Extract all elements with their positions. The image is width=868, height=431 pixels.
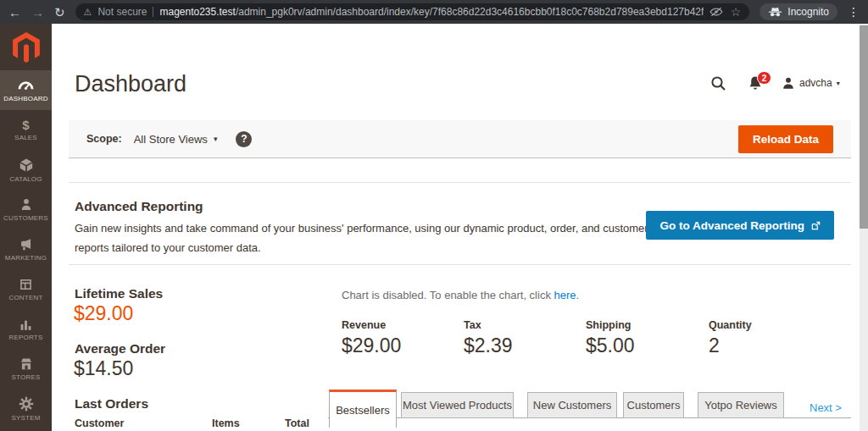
scope-help-icon[interactable]: ? [236, 131, 252, 147]
store-view-value: All Store Views [134, 133, 208, 146]
lifetime-sales-value: $29.00 [74, 302, 133, 325]
chart-disabled-notice: Chart is disabled. To enable the chart, … [342, 289, 579, 301]
sidebar-item-system[interactable]: SYSTEM [0, 389, 52, 428]
browser-menu-icon[interactable]: ⋮ [848, 5, 860, 19]
last-orders-column-total: Total [285, 417, 309, 429]
url-text[interactable]: magento235.test/admin_pgk0rv/admin/dashb… [159, 6, 703, 18]
user-menu-caret-icon: ▾ [837, 80, 840, 87]
chart-disabled-text: Chart is disabled. To enable the chart, … [342, 289, 554, 301]
screenshot-root: ← → ↻ ⚠ Not secure magento235.test/admin… [0, 0, 868, 431]
magento-logo[interactable] [0, 24, 52, 70]
stores-storefront-icon [19, 356, 34, 371]
tab-bestsellers[interactable]: Bestsellers [329, 390, 397, 428]
tab-most-viewed-products[interactable]: Most Viewed Products [401, 392, 514, 418]
bookmark-star-icon[interactable]: ☆ [731, 6, 742, 18]
sales-dollar-icon: $ [22, 119, 29, 131]
last-orders-title: Last Orders [75, 396, 148, 412]
quantity-value: 2 [709, 334, 752, 357]
browser-toolbar: ← → ↻ ⚠ Not secure magento235.test/admin… [0, 0, 868, 24]
tab-new-customers[interactable]: New Customers [527, 392, 617, 418]
advanced-reporting-description: Gain new insights and take command of yo… [75, 219, 668, 258]
store-view-switcher[interactable]: All Store Views ▾ [134, 133, 218, 146]
total-shipping: Shipping $5.00 [586, 319, 635, 357]
not-secure-label[interactable]: Not secure [97, 6, 147, 18]
magento-logo-icon [13, 32, 40, 63]
reports-chart-icon [19, 318, 33, 331]
content-layout-icon [19, 278, 33, 291]
username: advcha [799, 77, 832, 89]
last-orders-column-customer: Customer [75, 417, 124, 429]
quantity-label: Quantity [709, 319, 752, 331]
total-quantity: Quantity 2 [709, 319, 752, 357]
sidebar-item-label: REPORTS [9, 334, 43, 341]
sidebar-item-dashboard[interactable]: DASHBOARD [0, 70, 52, 110]
sidebar-item-label: DASHBOARD [3, 95, 47, 102]
system-gear-icon [19, 396, 34, 412]
reload-data-button[interactable]: Reload Data [738, 125, 833, 153]
dashboard-gauge-icon [18, 78, 34, 92]
url-path: /admin_pgk0rv/admin/dashboard/index/key/… [236, 6, 704, 18]
incognito-badge[interactable]: Incognito [760, 3, 837, 20]
browser-forward-icon[interactable]: → [31, 6, 44, 19]
advanced-reporting-title: Advanced Reporting [75, 199, 203, 214]
advanced-reporting-button-label: Go to Advanced Reporting [659, 219, 804, 232]
lifetime-sales-label: Lifetime Sales [75, 286, 163, 301]
scope-label: Scope: [86, 133, 122, 145]
page-title: Dashboard [75, 71, 186, 97]
sidebar-item-reports[interactable]: REPORTS [0, 309, 52, 349]
total-revenue: Revenue $29.00 [342, 319, 401, 357]
scrollbar-thumb[interactable] [860, 25, 868, 229]
customers-person-icon [19, 197, 33, 212]
page-actions-bar: Scope: All Store Views ▾ ? Reload Data [69, 120, 851, 158]
go-to-advanced-reporting-button[interactable]: Go to Advanced Reporting [646, 211, 834, 240]
eye-slash-icon[interactable] [709, 7, 723, 17]
sidebar-item-sales[interactable]: $ SALES [0, 110, 52, 150]
incognito-label: Incognito [787, 6, 829, 18]
sidebar-item-label: SALES [14, 134, 37, 141]
store-view-caret-icon: ▾ [214, 135, 218, 143]
sidebar-item-stores[interactable]: STORES [0, 349, 52, 389]
notification-count-badge[interactable]: 2 [757, 71, 771, 85]
sidebar-item-label: CONTENT [8, 294, 42, 301]
sidebar-item-customers[interactable]: CUSTOMERS [0, 190, 52, 229]
revenue-value: $29.00 [342, 334, 401, 357]
average-order-value: $14.50 [74, 357, 133, 380]
sidebar-item-label: CATALOG [9, 175, 42, 183]
sidebar-item-label: MARKETING [5, 254, 47, 262]
sidebar-item-label: STORES [12, 373, 41, 381]
search-icon[interactable] [710, 75, 726, 91]
sidebar-item-content[interactable]: CONTENT [0, 269, 52, 309]
tax-label: Tax [464, 319, 513, 331]
incognito-icon [768, 7, 782, 17]
browser-refresh-icon[interactable]: ↻ [54, 6, 65, 19]
not-secure-warning-icon: ⚠ [84, 8, 92, 17]
catalog-box-icon [19, 157, 34, 173]
revenue-label: Revenue [342, 319, 401, 331]
tabs-next-link[interactable]: Next > [810, 401, 842, 414]
browser-back-icon[interactable]: ← [8, 6, 21, 19]
sidebar-item-label: SYSTEM [11, 414, 40, 422]
address-bar-divider [153, 7, 153, 17]
external-link-icon [811, 221, 821, 230]
marketing-megaphone-icon [19, 237, 34, 251]
sidebar-item-marketing[interactable]: MARKETING [0, 229, 52, 269]
page-scrollbar[interactable] [860, 24, 868, 431]
enable-chart-link[interactable]: here [554, 289, 576, 301]
url-domain: magento235.test [159, 6, 235, 18]
user-menu[interactable]: advcha ▾ [782, 76, 840, 90]
chart-disabled-suffix: . [576, 289, 580, 301]
sidebar-item-catalog[interactable]: CATALOG [0, 150, 52, 190]
shipping-label: Shipping [586, 319, 635, 331]
average-order-label: Average Order [75, 341, 165, 356]
tab-yotpo-reviews[interactable]: Yotpo Reviews [698, 392, 784, 418]
advanced-reporting-section: Advanced Reporting Gain new insights and… [69, 182, 851, 265]
tax-value: $2.39 [464, 334, 513, 357]
sidebar-item-label: CUSTOMERS [3, 214, 48, 222]
address-bar[interactable]: ⚠ Not secure magento235.test/admin_pgk0r… [75, 3, 750, 20]
tab-customers[interactable]: Customers [623, 392, 684, 418]
last-orders-column-items: Items [212, 417, 240, 429]
total-tax: Tax $2.39 [464, 319, 513, 357]
user-avatar-icon [782, 76, 795, 90]
admin-sidebar: DASHBOARD $ SALES CATALOG CUSTOMERS [0, 24, 52, 431]
shipping-value: $5.00 [586, 334, 635, 357]
